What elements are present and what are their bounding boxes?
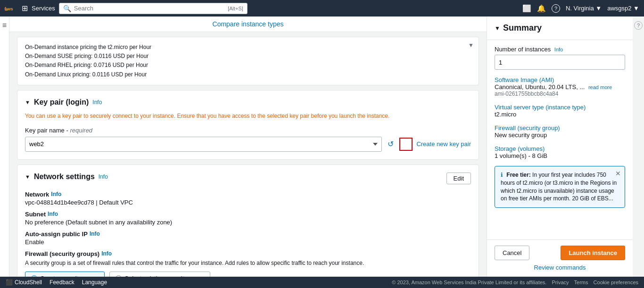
summary-firewall-value: New security group [495,132,625,139]
summary-firewall-label[interactable]: Firewall (security group) [495,124,625,132]
instances-input[interactable] [495,55,625,70]
summary-instance-type-value: t2.micro [495,111,625,118]
cloudshell-icon: ⬛ [6,279,13,286]
user-menu[interactable]: awsgsp2 ▼ [607,5,639,12]
key-pair-select-wrapper: web2 my-key-pair ↺ Create new key pair [25,137,471,152]
summary-header: ▼ Summary [487,16,633,40]
network-field-firewall: Firewall (security groups) Info A securi… [25,250,471,277]
cookie-link[interactable]: Cookie preferences [594,280,638,285]
cancel-button[interactable]: Cancel [495,246,529,260]
firewall-radio-group: Create security group Select existing se… [25,272,471,277]
compare-instance-types-link[interactable]: Compare instance types [213,20,284,28]
key-pair-field-label: Key pair name - required [25,127,471,134]
compare-bar: Compare instance types [9,16,487,32]
summary-instances-field: Number of instances Info [495,46,625,70]
key-pair-select[interactable]: web2 my-key-pair [25,137,382,152]
refresh-key-pairs-button[interactable]: ↺ [386,138,396,150]
network-settings-header: ▼ Network settings Info [25,173,108,181]
subnet-info-link[interactable]: Info [48,211,58,217]
search-shortcut: [Alt+S] [228,6,243,11]
bottom-right: © 2023, Amazon Web Services India Privat… [392,280,638,285]
summary-body: Number of instances Info Software Image … [487,40,633,214]
summary-instances-label: Number of instances Info [495,46,625,53]
pricing-dropdown-icon[interactable]: ▼ [468,41,474,50]
network-settings-info-link[interactable]: Info [99,173,108,180]
help-icon[interactable]: ? [552,4,560,13]
create-security-group-radio[interactable] [31,275,37,277]
launch-instance-button[interactable]: Launch instance [561,246,625,260]
select-existing-label: Select existing security group [124,275,204,277]
key-pair-title: Key pair (login) [34,98,89,107]
bottom-left: ⬛ CloudShell Feedback Language [6,279,107,286]
pricing-box: ▼ On-Demand instance pricing the t2.micr… [17,37,479,85]
select-existing-security-group-option[interactable]: Select existing security group [109,272,210,277]
search-bar: 🔍 [Alt+S] [59,3,248,14]
create-security-group-option[interactable]: Create security group [25,272,105,277]
top-navigation: aws ⊞ Services 🔍 [Alt+S] ⬜ 🔔 ? N. Virgin… [0,0,644,16]
summary-storage-field: Storage (volumes) 1 volume(s) - 8 GiB [495,145,625,159]
footer-buttons: Cancel Launch instance [495,246,625,260]
cloudshell-link[interactable]: ⬛ CloudShell [6,279,42,286]
firewall-label: Firewall (security groups) Info [25,250,471,257]
bottom-bar: ⬛ CloudShell Feedback Language © 2023, A… [0,277,644,288]
language-link[interactable]: Language [82,279,107,286]
summary-storage-value: 1 volume(s) - 8 GiB [495,152,625,159]
create-new-key-pair-link[interactable]: Create new key pair [416,140,471,148]
network-value: vpc-048814d1b4ee9cd78 | Default VPC [25,199,471,206]
subnet-label: Subnet Info [25,211,471,218]
free-tier-notice: ℹ Free tier: In your first year includes… [495,166,625,208]
key-pair-info-link[interactable]: Info [92,99,102,106]
review-commands-link[interactable]: Review commands [495,264,625,271]
summary-ami-id: ami-0261755bbcb8c4a84 [495,91,625,97]
firewall-info-link[interactable]: Info [101,250,112,257]
network-settings-section: ▼ Network settings Info Edit Network Inf… [17,165,479,277]
ami-read-more-link[interactable]: read more [588,84,612,90]
auto-assign-info-link[interactable]: Info [90,230,100,237]
aws-logo[interactable]: aws [5,4,18,12]
key-pair-section: ▼ Key pair (login) Info You can use a ke… [17,90,479,160]
summary-panel: ▼ Summary Number of instances Info Softw… [487,16,633,277]
key-pair-description: You can use a key pair to securely conne… [25,112,471,120]
summary-triangle-icon: ▼ [495,25,500,32]
services-nav-link[interactable]: Services [32,5,55,12]
pricing-line-4: On-Demand Linux pricing: 0.0116 USD per … [25,70,471,79]
network-triangle: ▼ [25,174,30,180]
auto-assign-value: Enable [25,239,471,246]
network-field-subnet: Subnet Info No preference (Default subne… [25,211,471,226]
copyright-text: © 2023, Amazon Web Services India Privat… [392,280,546,285]
hamburger-menu-icon[interactable]: ≡ [2,21,7,30]
summary-storage-label[interactable]: Storage (volumes) [495,145,625,152]
pricing-line-2: On-Demand SUSE pricing: 0.0116 USD per H… [25,52,471,61]
cloudshell-label: CloudShell [15,279,42,286]
grid-icon[interactable]: ⊞ [22,4,28,13]
far-right-panel: ? [633,16,644,277]
summary-ami-field: Software Image (AMI) Canonical, Ubuntu, … [495,76,625,97]
network-field-auto-assign: Auto-assign public IP Info Enable [25,230,471,246]
highlight-indicator [399,138,413,151]
free-tier-title: Free tier: [506,172,530,178]
network-edit-button[interactable]: Edit [446,173,471,184]
region-selector[interactable]: N. Virginia ▼ [566,5,602,12]
free-tier-close-button[interactable]: ✕ [615,169,621,179]
terms-link[interactable]: Terms [574,280,588,285]
feedback-link[interactable]: Feedback [50,279,74,286]
notifications-icon[interactable]: 🔔 [537,4,546,13]
create-security-group-label: Create security group [40,275,99,277]
summary-instance-type-field: Virtual server type (instance type) t2.m… [495,104,625,118]
instances-info-link[interactable]: Info [554,47,563,52]
select-existing-radio[interactable] [116,275,122,277]
nav-right-area: ⬜ 🔔 ? N. Virginia ▼ awsgsp2 ▼ [522,4,639,13]
page-info-icon[interactable]: ? [634,21,643,30]
aws-svg-logo: aws [5,4,18,12]
network-label: Network Info [25,191,471,198]
summary-ami-label[interactable]: Software Image (AMI) [495,76,625,83]
privacy-link[interactable]: Privacy [552,280,569,285]
nav-icon-box[interactable]: ⬜ [522,4,531,13]
summary-footer: Cancel Launch instance Review commands [487,239,633,277]
summary-firewall-field: Firewall (security group) New security g… [495,124,625,139]
summary-instance-type-label[interactable]: Virtual server type (instance type) [495,104,625,111]
search-input[interactable] [74,5,225,12]
firewall-description: A security group is a set of firewall ru… [25,259,471,267]
left-sidebar: ≡ [0,16,9,277]
network-info-link[interactable]: Info [51,191,61,197]
